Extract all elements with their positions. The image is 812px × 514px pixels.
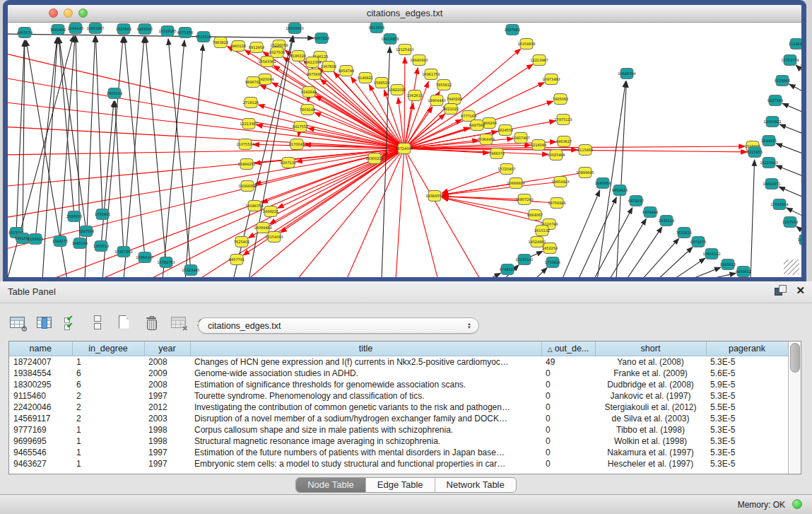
table-cell[interactable]: 5.3E-5 <box>706 424 788 436</box>
network-node[interactable]: 1640954 <box>595 178 611 189</box>
table-row[interactable]: 969969511998Structural magnetic resonanc… <box>9 436 788 447</box>
column-header-year[interactable]: year <box>144 341 190 356</box>
table-cell[interactable]: 1998 <box>144 436 190 447</box>
network-node[interactable]: 1735991 <box>95 209 110 220</box>
network-edge[interactable] <box>779 124 801 137</box>
network-node[interactable]: 18300215 <box>365 153 383 164</box>
network-node[interactable]: 19904443 <box>428 95 445 106</box>
network-node[interactable]: 1654339 <box>801 111 801 122</box>
network-node[interactable]: 9227343 <box>767 95 783 106</box>
table-cell[interactable]: Dudbridge et al. (2008) <box>595 379 706 390</box>
network-node[interactable]: 12093822 <box>763 117 781 127</box>
table-cell[interactable]: Genome-wide association studies in ADHD. <box>190 368 541 379</box>
network-node[interactable]: 2069140 <box>68 23 83 34</box>
table-cell[interactable]: 0 <box>541 424 595 436</box>
table-cell[interactable]: de Silva et al. (2003) <box>595 413 706 424</box>
table-cell[interactable]: 5.5E-5 <box>706 402 788 413</box>
network-node[interactable]: 1733426 <box>545 257 560 268</box>
network-node[interactable]: 19384554 <box>425 191 443 201</box>
network-node[interactable]: 1588520 <box>374 78 389 88</box>
table-cell[interactable]: 6 <box>72 379 144 390</box>
network-node[interactable]: 2087682 <box>505 25 520 35</box>
network-node[interactable]: 7986372 <box>489 148 505 159</box>
network-node[interactable]: 9245612 <box>720 259 736 270</box>
network-edge[interactable] <box>789 84 801 96</box>
column-header-short[interactable]: short <box>595 341 706 356</box>
network-node[interactable]: 13622035 <box>388 85 406 95</box>
table-cell[interactable]: 0 <box>541 402 595 413</box>
network-node[interactable]: 11075534 <box>236 139 254 150</box>
table-cell[interactable]: Wolkin et al. (1998) <box>595 436 706 447</box>
network-edge[interactable] <box>642 238 679 277</box>
network-edge[interactable] <box>689 267 721 277</box>
network-canvas[interactable]: 1872400712125413166409101696175879558121… <box>8 23 801 277</box>
table-cell[interactable]: Franke et al. (2009) <box>595 368 706 379</box>
network-node[interactable]: 1350513 <box>93 241 109 252</box>
network-edge[interactable] <box>609 218 646 277</box>
table-cell[interactable]: 1997 <box>144 447 190 458</box>
table-cell[interactable]: Nakamura et al. (1997) <box>595 447 706 458</box>
close-panel-icon[interactable]: ✕ <box>796 285 805 296</box>
network-node[interactable]: 3297588 <box>78 226 94 237</box>
table-row[interactable]: 977716911998Corpus callosum shape and si… <box>9 424 788 436</box>
network-node[interactable]: 16046756 <box>245 201 263 211</box>
network-node[interactable]: 10807487 <box>512 133 529 144</box>
network-node[interactable]: 6497568 <box>469 120 485 131</box>
network-edge[interactable] <box>776 165 801 180</box>
table-cell[interactable]: 0 <box>541 413 595 424</box>
network-node[interactable]: 18612354 <box>303 57 321 68</box>
table-cell[interactable]: 5.3E-5 <box>706 413 788 424</box>
network-edge[interactable] <box>751 160 755 277</box>
network-node[interactable]: 6671358 <box>177 28 193 38</box>
table-cell[interactable]: 5.3E-5 <box>706 390 788 402</box>
network-node[interactable]: 10688609 <box>507 178 524 189</box>
network-node[interactable]: 1645194 <box>72 238 88 249</box>
network-node[interactable]: 9821022 <box>443 104 459 115</box>
network-node[interactable]: 6216049 <box>531 140 546 151</box>
network-node[interactable]: 10719185 <box>158 26 176 37</box>
network-node[interactable]: 16154838 <box>517 39 535 49</box>
network-node[interactable]: 1452254 <box>542 243 558 254</box>
table-cell[interactable]: 18300295 <box>9 379 72 390</box>
table-row[interactable]: 946362711997Embryonic stem cells: a mode… <box>9 458 788 469</box>
network-edge[interactable] <box>404 57 405 148</box>
network-edge[interactable] <box>488 273 500 277</box>
network-node[interactable]: 1669547 <box>801 176 801 187</box>
network-node[interactable]: 1156829 <box>28 234 43 245</box>
table-cell[interactable]: 1 <box>72 356 144 368</box>
table-row[interactable]: 2242004622012Investigating the contribut… <box>9 402 788 413</box>
network-edge[interactable] <box>796 65 801 79</box>
network-edge[interactable] <box>404 148 438 277</box>
network-node[interactable]: 15751074 <box>781 55 799 66</box>
table-cell[interactable]: 5.3E-5 <box>706 356 788 368</box>
table-cell[interactable]: Structural magnetic resonance image aver… <box>190 436 541 447</box>
network-node[interactable]: 8267130 <box>281 158 296 168</box>
table-cell[interactable]: 5.6E-5 <box>706 368 788 379</box>
table-cell[interactable]: 1997 <box>144 458 190 469</box>
network-node[interactable]: 1362615 <box>407 90 423 101</box>
network-selector-dropdown[interactable]: citations_edges.txt ▲▼ <box>198 317 479 334</box>
table-cell[interactable]: 0 <box>541 447 595 458</box>
network-edge[interactable] <box>626 227 662 277</box>
table-cell[interactable]: 5.3E-5 <box>706 458 788 469</box>
table-cell[interactable]: 0 <box>541 390 595 402</box>
table-cell[interactable]: 2009 <box>144 368 190 379</box>
network-node[interactable]: 16640910 <box>410 55 428 66</box>
window-resize-grip[interactable] <box>784 259 799 275</box>
table-cell[interactable]: 19384554 <box>9 368 72 379</box>
network-node[interactable]: 8427552 <box>293 122 308 132</box>
network-node[interactable]: 16961758 <box>422 69 440 80</box>
network-edge[interactable] <box>705 273 736 277</box>
network-node[interactable]: 7857224 <box>314 33 329 44</box>
network-node[interactable]: 4405574 <box>17 28 33 38</box>
network-node[interactable]: 10973493 <box>542 74 560 85</box>
table-cell[interactable]: 2 <box>72 390 144 402</box>
network-node[interactable]: 17975113 <box>554 115 572 125</box>
network-node[interactable]: 9884067 <box>527 210 543 221</box>
network-node[interactable]: 10899695 <box>576 168 594 178</box>
table-cell[interactable]: 49 <box>541 356 595 368</box>
network-edge[interactable] <box>776 144 801 157</box>
table-cell[interactable]: 2003 <box>144 413 190 424</box>
network-node[interactable]: 2020650 <box>66 211 82 222</box>
show-columns-icon[interactable] <box>33 312 55 333</box>
